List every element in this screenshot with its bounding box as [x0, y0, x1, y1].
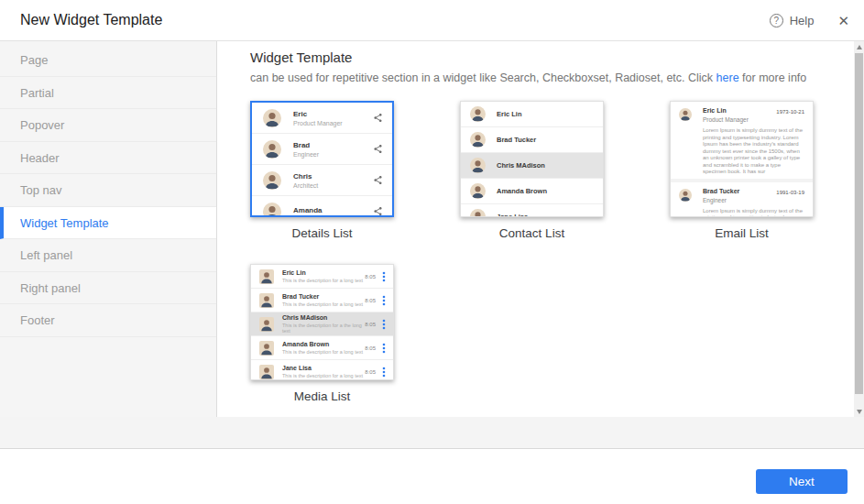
details-row: EricProduct Manager	[252, 103, 392, 134]
row-body: Lorem Ipsum is simply dummy text of the …	[703, 208, 805, 218]
person-avatar	[679, 108, 692, 121]
description-suffix: for more info	[739, 71, 807, 84]
row-name: Chris MAdison	[282, 314, 365, 321]
page-title: Widget Template	[250, 49, 854, 65]
card-label: Media List	[250, 389, 394, 403]
sidebar-item-footer[interactable]: Footer	[0, 304, 216, 337]
sidebar-item-popover[interactable]: Popover	[0, 109, 216, 142]
vertical-scrollbar[interactable]	[854, 41, 864, 417]
contact-row: Eric Lin	[461, 102, 603, 127]
contact-row: Chris MAdison	[461, 153, 603, 179]
row-name: Eric Lin	[497, 110, 522, 118]
next-button[interactable]: Next	[756, 469, 848, 494]
description-text: can be used for repetitive section in a …	[250, 71, 716, 84]
row-time: 8:05	[365, 345, 376, 351]
main-content: Widget Template can be used for repetiti…	[218, 41, 854, 417]
close-icon[interactable]: ✕	[837, 14, 849, 27]
row-time: 8:05	[365, 369, 376, 375]
sidebar-item-left-panel[interactable]: Left panel	[0, 239, 216, 272]
person-avatar	[259, 269, 274, 284]
sidebar-item-label: Top nav	[20, 183, 62, 197]
sidebar-item-top-nav[interactable]: Top nav	[0, 174, 216, 207]
sidebar-item-label: Popover	[20, 118, 64, 132]
row-time: 8:05	[365, 274, 376, 279]
kebab-menu-icon	[380, 367, 388, 378]
share-icon	[373, 113, 383, 123]
person-avatar	[470, 209, 486, 217]
row-date: 1973-10-21	[776, 109, 804, 115]
sidebar-item-page[interactable]: Page	[0, 44, 216, 77]
person-avatar	[263, 140, 281, 159]
row-description: This is the description for a long text	[282, 301, 365, 307]
sidebar-item-label: Right panel	[20, 281, 81, 295]
details-list-card[interactable]: EricProduct ManagerBradEngineerChrisArch…	[250, 101, 394, 217]
email-list-card[interactable]: Eric Lin1973-10-21Product ManagerLorem I…	[670, 101, 814, 217]
row-description: This is the description for a long text	[282, 278, 365, 283]
media-row: Brad TuckerThis is the description for a…	[251, 289, 393, 312]
help-label: Help	[790, 14, 815, 27]
row-time: 8:05	[365, 298, 376, 303]
question-circle-icon: ?	[770, 14, 783, 27]
sidebar-item-right-panel[interactable]: Right panel	[0, 272, 216, 305]
sidebar-item-header[interactable]: Header	[0, 142, 216, 175]
sidebar-item-label: Footer	[20, 313, 55, 327]
person-avatar	[263, 203, 281, 218]
kebab-menu-icon	[380, 343, 388, 354]
contact-row: Jane Lisa	[461, 204, 603, 217]
page-description: can be used for repetitive section in a …	[250, 71, 854, 84]
scrollbar-up-arrow-icon[interactable]	[854, 41, 864, 52]
person-avatar	[263, 109, 281, 127]
row-role: Architect	[293, 182, 373, 189]
more-info-link[interactable]: here	[716, 71, 739, 84]
row-date: 1991-03-19	[776, 190, 804, 195]
card-label: Email List	[670, 226, 814, 240]
share-icon	[373, 206, 383, 216]
row-role: Product Manager	[703, 116, 805, 123]
sidebar-nav: PagePartialPopoverHeaderTop navWidget Te…	[0, 41, 217, 449]
row-description: This is the description for a the long t…	[282, 323, 365, 334]
kebab-menu-icon	[380, 319, 388, 330]
person-avatar	[679, 189, 692, 202]
share-icon	[373, 175, 383, 185]
details-row: BradEngineer	[252, 134, 392, 165]
template-option-contact-list: Eric LinBrad TuckerChris MAdisonAmanda B…	[460, 101, 604, 240]
row-name: Jane Lisa	[282, 365, 365, 371]
row-name: Brad Tucker	[282, 293, 365, 300]
sidebar-item-label: Partial	[20, 86, 54, 100]
row-role: Engineer	[293, 151, 373, 158]
row-name: Amanda	[293, 206, 373, 214]
media-row: Chris MAdisonThis is the description for…	[251, 312, 393, 336]
row-time: 8:05	[365, 322, 376, 327]
dialog-header: New Widget Template ? Help ✕	[0, 0, 864, 41]
template-option-media-list: Eric LinThis is the description for a lo…	[250, 264, 394, 403]
contact-list-card[interactable]: Eric LinBrad TuckerChris MAdisonAmanda B…	[460, 101, 604, 217]
help-button[interactable]: ? Help	[770, 14, 815, 27]
row-name: Chris MAdison	[497, 161, 545, 170]
media-list-card[interactable]: Eric LinThis is the description for a lo…	[250, 264, 394, 380]
email-row: Eric Lin1973-10-21Product ManagerLorem I…	[671, 102, 813, 179]
card-label: Details List	[250, 226, 394, 240]
kebab-menu-icon	[380, 271, 388, 282]
sidebar-item-label: Widget Template	[20, 216, 109, 230]
sidebar-item-partial[interactable]: Partial	[0, 77, 216, 110]
media-row: Amanda BrownThis is the description for …	[251, 336, 393, 360]
sidebar-item-widget-template[interactable]: Widget Template	[0, 207, 216, 240]
template-cards-grid: EricProduct ManagerBradEngineerChrisArch…	[250, 101, 854, 403]
media-row: Eric LinThis is the description for a lo…	[251, 265, 393, 289]
email-row: Brad Tucker1991-03-19EngineerLorem Ipsum…	[671, 179, 813, 218]
row-name: Brad	[293, 141, 373, 149]
share-icon	[373, 144, 383, 154]
person-avatar	[259, 317, 274, 332]
person-avatar	[470, 132, 486, 148]
content-lower-strip	[0, 417, 864, 449]
row-name: Brad Tucker	[497, 136, 536, 144]
person-avatar	[259, 293, 274, 308]
sidebar-item-label: Left panel	[20, 248, 72, 262]
card-label: Contact List	[460, 226, 604, 240]
contact-row: Amanda Brown	[461, 179, 603, 204]
scrollbar-thumb[interactable]	[855, 53, 863, 394]
scrollbar-down-arrow-icon[interactable]	[854, 406, 864, 417]
media-row: Jane LisaThis is the description for a l…	[251, 360, 393, 380]
row-body: Lorem Ipsum is simply dummy text of the …	[703, 127, 805, 176]
details-row: Amanda	[252, 196, 392, 217]
